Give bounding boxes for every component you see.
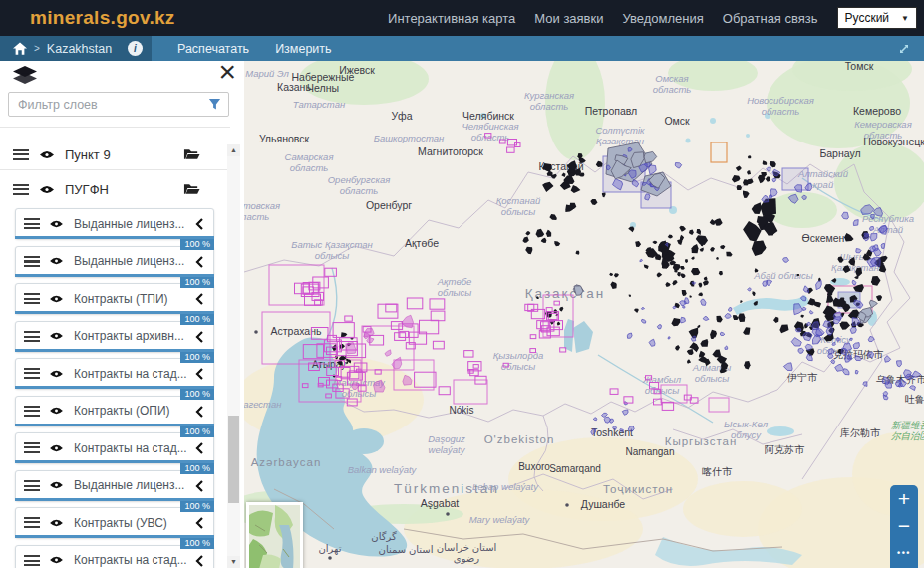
map-feature	[673, 306, 676, 308]
map-canvas[interactable]: Марий ЭлИжевскНабережныеЧелныКазаньТатар…	[244, 61, 924, 568]
map-feature	[794, 185, 801, 193]
map-feature	[563, 175, 574, 184]
map-feature	[803, 286, 808, 293]
map-feature	[870, 227, 874, 231]
map-feature	[690, 295, 693, 297]
collapse-chevron-icon[interactable]	[195, 442, 203, 454]
drag-handle-icon[interactable]	[13, 184, 29, 195]
map-feature	[652, 241, 657, 244]
map-feature	[697, 325, 700, 328]
map-feature	[554, 241, 560, 246]
map-feature	[747, 170, 751, 174]
drag-handle-icon[interactable]	[24, 406, 40, 417]
open-folder-icon[interactable]	[183, 182, 200, 195]
overview-minimap[interactable]	[246, 502, 303, 568]
map-feature	[770, 195, 772, 199]
collapse-chevron-icon[interactable]	[195, 368, 203, 380]
collapse-chevron-icon[interactable]	[195, 331, 203, 343]
nav-my-applications[interactable]: Мои заявки	[534, 11, 603, 26]
scroll-down-arrow[interactable]: ▼	[227, 556, 240, 568]
collapse-chevron-icon[interactable]	[195, 293, 203, 305]
map-feature	[704, 277, 708, 281]
open-folder-icon[interactable]	[183, 147, 200, 160]
drag-handle-icon[interactable]	[24, 256, 40, 267]
drag-handle-icon[interactable]	[24, 293, 40, 304]
map-feature	[854, 276, 859, 279]
close-icon[interactable]: ×	[218, 61, 236, 87]
more-tools-button[interactable]: •••	[890, 539, 918, 566]
eye-visibility-icon[interactable]	[49, 369, 65, 379]
eye-visibility-icon[interactable]	[49, 480, 65, 490]
map-feature	[748, 288, 752, 291]
map-label: 阿克苏市	[765, 444, 805, 455]
map-feature	[868, 352, 874, 357]
breadcrumb-region[interactable]: Kazakhstan	[47, 42, 112, 56]
map-feature	[885, 356, 891, 363]
scroll-up-arrow[interactable]: ▲	[227, 144, 240, 156]
collapse-chevron-icon[interactable]	[195, 555, 203, 567]
layer-filter-input[interactable]	[16, 97, 202, 113]
drag-handle-icon[interactable]	[24, 442, 40, 453]
collapse-chevron-icon[interactable]	[195, 218, 203, 230]
collapse-chevron-icon[interactable]	[195, 256, 203, 268]
orange-area-outline	[711, 142, 727, 162]
map-label: Оренбургскаяобласть	[328, 174, 391, 196]
collapse-chevron-icon[interactable]	[195, 480, 203, 492]
drag-handle-icon[interactable]	[24, 555, 40, 566]
eye-visibility-icon[interactable]	[49, 256, 65, 266]
nav-notifications[interactable]: Уведомления	[622, 11, 703, 26]
drag-handle-icon[interactable]	[24, 218, 40, 229]
zoom-in-button[interactable]: +	[890, 485, 918, 512]
measure-button[interactable]: Измерить	[275, 42, 331, 56]
eye-visibility-icon[interactable]	[49, 219, 65, 229]
filter-funnel-icon[interactable]	[208, 98, 221, 111]
map-feature	[644, 265, 649, 269]
print-button[interactable]: Распечатать	[177, 42, 249, 56]
map-feature	[464, 351, 473, 358]
map-label: Toshkent	[591, 426, 633, 438]
scrollbar-thumb[interactable]	[228, 416, 239, 503]
map-toolbar: > Kazakhstan i Распечатать Измерить	[0, 36, 924, 61]
nav-interactive-map[interactable]: Интерактивная карта	[388, 11, 515, 26]
drag-handle-icon[interactable]	[24, 517, 40, 528]
eye-visibility-icon[interactable]	[39, 184, 55, 195]
home-icon[interactable]	[13, 42, 27, 55]
eye-visibility-icon[interactable]	[49, 518, 65, 528]
layers-icon[interactable]	[12, 66, 38, 92]
opacity-badge: 100 %	[180, 239, 214, 250]
layer-card: Выданные лиценз...100 %	[15, 208, 214, 239]
map-label: Кыргызстан	[665, 435, 738, 447]
panel-scrollbar[interactable]: ▲ ▼	[227, 144, 240, 568]
eye-visibility-icon[interactable]	[49, 443, 65, 453]
collapse-chevron-icon[interactable]	[195, 517, 203, 529]
fullscreen-expand-button[interactable]	[897, 42, 911, 56]
map-feature	[680, 266, 685, 270]
info-button[interactable]: i	[128, 41, 143, 56]
map-feature	[657, 272, 663, 277]
layer-card: Контракты на стад...100 %	[15, 358, 214, 389]
language-select[interactable]: Русский ▼	[837, 7, 917, 29]
map-feature	[823, 321, 831, 328]
drag-handle-icon[interactable]	[13, 149, 29, 160]
map-feature	[871, 214, 875, 219]
map-feature	[628, 226, 634, 232]
site-logo[interactable]: minerals.gov.kz	[30, 7, 175, 29]
nav-feedback[interactable]: Обратная связь	[723, 11, 818, 26]
drag-handle-icon[interactable]	[24, 368, 40, 379]
drag-handle-icon[interactable]	[24, 331, 40, 342]
map-feature	[403, 375, 412, 385]
map-label: Mary welaýaty	[469, 514, 531, 525]
eye-visibility-icon[interactable]	[49, 555, 65, 565]
eye-visibility-icon[interactable]	[39, 149, 55, 160]
drag-handle-icon[interactable]	[24, 480, 40, 491]
collapse-chevron-icon[interactable]	[195, 406, 203, 418]
map-label: Buxoro	[518, 461, 550, 472]
layer-group-label: ПУГФН	[65, 182, 109, 197]
eye-visibility-icon[interactable]	[49, 294, 65, 304]
map-feature	[712, 350, 721, 358]
map-feature	[341, 332, 347, 337]
zoom-out-button[interactable]: −	[890, 512, 918, 539]
eye-visibility-icon[interactable]	[49, 406, 65, 416]
eye-visibility-icon[interactable]	[49, 331, 65, 341]
map-label: O'zbekiston	[484, 433, 555, 445]
